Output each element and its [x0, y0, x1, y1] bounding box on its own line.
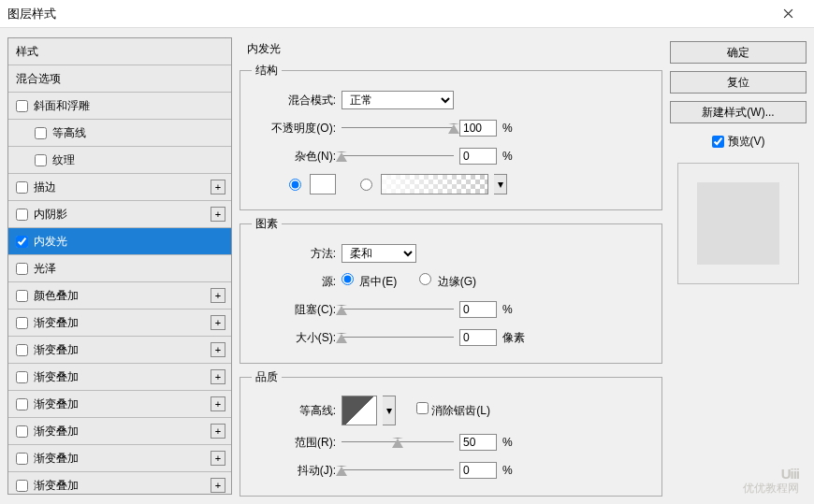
style-item[interactable]: 描边+ [8, 174, 231, 201]
panel-title: 内发光 [240, 37, 662, 57]
method-select[interactable]: 柔和 [342, 244, 416, 263]
structure-legend: 结构 [252, 63, 282, 79]
size-label: 大小(S): [252, 330, 336, 346]
style-checkbox[interactable] [16, 398, 28, 410]
list-header-blend[interactable]: 混合选项 [8, 65, 231, 93]
add-effect-button[interactable]: + [211, 288, 225, 303]
style-checkbox[interactable] [16, 480, 28, 492]
source-center-option[interactable]: 居中(E) [342, 273, 397, 290]
style-item[interactable]: 纹理 [8, 147, 231, 174]
opacity-slider[interactable] [342, 122, 454, 135]
style-checkbox[interactable] [35, 154, 47, 166]
antialias-checkbox[interactable]: 消除锯齿(L) [416, 402, 490, 419]
style-item-label: 斜面和浮雕 [34, 98, 90, 114]
element-group: 图素 方法: 柔和 源: 居中(E) 边缘(G) 阻塞(C): % 大小(S): [240, 216, 662, 364]
range-input[interactable] [459, 434, 497, 451]
choke-label: 阻塞(C): [252, 302, 336, 318]
contour-arrow[interactable]: ▾ [383, 396, 396, 425]
source-edge-option[interactable]: 边缘(G) [419, 273, 476, 290]
style-item[interactable]: 渐变叠加+ [8, 472, 231, 495]
add-effect-button[interactable]: + [211, 369, 225, 384]
style-item-label: 渐变叠加 [34, 451, 79, 467]
reset-button[interactable]: 复位 [670, 71, 807, 94]
style-item[interactable]: 渐变叠加+ [8, 418, 231, 445]
style-checkbox[interactable] [16, 209, 28, 221]
style-checkbox[interactable] [16, 290, 28, 302]
add-effect-button[interactable]: + [211, 478, 225, 493]
solid-color-radio[interactable] [289, 179, 301, 191]
gradient-arrow[interactable]: ▾ [494, 174, 507, 194]
style-item[interactable]: 颜色叠加+ [8, 282, 231, 310]
style-checkbox[interactable] [16, 100, 28, 112]
structure-group: 结构 混合模式: 正常 不透明度(O): % 杂色(N): % [240, 63, 662, 210]
style-checkbox[interactable] [16, 344, 28, 356]
style-item-label: 颜色叠加 [34, 288, 79, 304]
range-label: 范围(R): [252, 435, 336, 451]
quality-group: 品质 等高线: ▾ 消除锯齿(L) 范围(R): % 抖动(J): % [240, 369, 662, 497]
jitter-label: 抖动(J): [252, 463, 336, 479]
style-item[interactable]: 内阴影+ [8, 201, 231, 228]
list-header-styles[interactable]: 样式 [8, 38, 231, 65]
style-checkbox[interactable] [16, 371, 28, 383]
new-style-button[interactable]: 新建样式(W)... [670, 101, 807, 123]
style-item[interactable]: 渐变叠加+ [8, 337, 231, 364]
noise-input[interactable] [459, 148, 497, 165]
style-checkbox[interactable] [35, 127, 47, 139]
style-checkbox[interactable] [16, 425, 28, 438]
add-effect-button[interactable]: + [211, 424, 225, 439]
range-slider[interactable] [342, 436, 454, 449]
add-effect-button[interactable]: + [211, 315, 225, 330]
opacity-unit: % [502, 122, 531, 135]
choke-slider[interactable] [342, 303, 454, 316]
add-effect-button[interactable]: + [211, 180, 225, 194]
add-effect-button[interactable]: + [211, 207, 225, 222]
choke-input[interactable] [459, 301, 497, 318]
element-legend: 图素 [252, 216, 282, 232]
source-label: 源: [252, 274, 336, 290]
style-checkbox[interactable] [16, 453, 28, 465]
style-checkbox[interactable] [16, 263, 28, 275]
preview-checkbox[interactable]: 预览(V) [670, 131, 807, 151]
style-item[interactable]: 斜面和浮雕 [8, 93, 231, 120]
blend-mode-select[interactable]: 正常 [342, 91, 454, 109]
style-item[interactable]: 渐变叠加+ [8, 364, 231, 391]
style-item[interactable]: 光泽 [8, 255, 231, 282]
style-item[interactable]: 渐变叠加+ [8, 391, 231, 418]
jitter-input[interactable] [459, 462, 497, 479]
blend-mode-label: 混合模式: [252, 93, 336, 108]
color-swatch[interactable] [310, 174, 336, 194]
size-slider[interactable] [342, 331, 454, 344]
style-checkbox[interactable] [16, 236, 28, 248]
style-list: 样式 混合选项 斜面和浮雕等高线纹理描边+内阴影+内发光光泽颜色叠加+渐变叠加+… [7, 37, 232, 495]
style-item[interactable]: 内发光 [8, 228, 231, 255]
choke-unit: % [502, 303, 531, 316]
gradient-radio[interactable] [360, 179, 372, 191]
add-effect-button[interactable]: + [211, 451, 225, 466]
watermark: Uiii 优优教程网 [743, 467, 799, 495]
ok-button[interactable]: 确定 [670, 41, 807, 64]
size-input[interactable] [459, 329, 497, 346]
opacity-input[interactable] [459, 120, 497, 137]
style-item[interactable]: 等高线 [8, 120, 231, 147]
style-checkbox[interactable] [16, 181, 28, 194]
titlebar: 图层样式 [0, 0, 814, 28]
style-item[interactable]: 渐变叠加+ [8, 310, 231, 337]
noise-slider[interactable] [342, 150, 454, 163]
style-checkbox[interactable] [16, 317, 28, 329]
noise-label: 杂色(N): [252, 149, 336, 165]
quality-legend: 品质 [252, 369, 282, 385]
jitter-unit: % [502, 464, 531, 477]
opacity-label: 不透明度(O): [252, 121, 336, 137]
noise-unit: % [502, 150, 531, 163]
jitter-slider[interactable] [342, 464, 454, 477]
size-unit: 像素 [502, 330, 531, 346]
add-effect-button[interactable]: + [211, 396, 225, 411]
contour-label: 等高线: [252, 403, 336, 419]
add-effect-button[interactable]: + [211, 342, 225, 357]
close-button[interactable] [769, 0, 807, 28]
style-item-label: 渐变叠加 [34, 342, 79, 358]
style-item-label: 渐变叠加 [34, 315, 79, 331]
style-item[interactable]: 渐变叠加+ [8, 445, 231, 472]
contour-picker[interactable] [342, 396, 377, 425]
gradient-swatch[interactable] [381, 174, 488, 194]
